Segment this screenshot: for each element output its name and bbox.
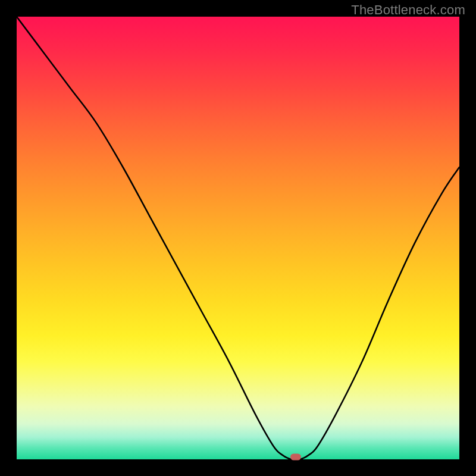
watermark-text: TheBottleneck.com (351, 2, 465, 18)
optimal-point-marker (290, 454, 301, 461)
bottleneck-curve-line (17, 17, 459, 459)
chart-frame: TheBottleneck.com (0, 0, 476, 476)
